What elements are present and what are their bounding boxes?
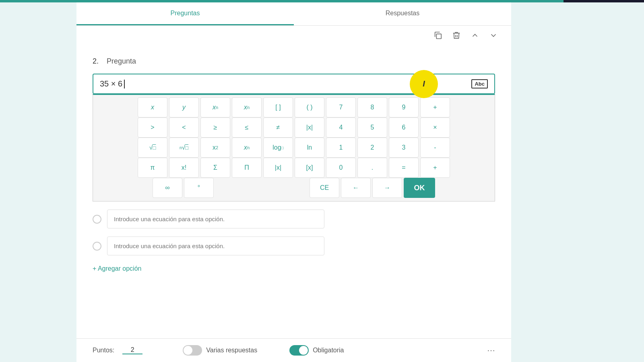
key-lte[interactable]: ≤ xyxy=(232,117,262,138)
text-cursor xyxy=(124,80,125,88)
key-0[interactable]: 0 xyxy=(326,158,356,178)
key-x-subscript[interactable]: xn xyxy=(200,97,230,117)
key-sqrt[interactable]: √□ xyxy=(138,138,167,158)
key-gt[interactable]: > xyxy=(138,117,167,138)
key-7[interactable]: 7 xyxy=(326,97,356,117)
key-factorial[interactable]: x! xyxy=(169,158,199,178)
key-parens[interactable]: ( ) xyxy=(295,97,324,117)
math-keyboard: x y xn xn [ ] ( ) 7 8 9 + > < ≥ ≤ xyxy=(93,94,495,202)
add-option[interactable]: + Agregar opción xyxy=(93,265,495,272)
left-space xyxy=(0,2,76,362)
key-plus-top[interactable]: + xyxy=(420,97,450,117)
key-ce[interactable]: CE xyxy=(310,178,339,198)
bottom-bar: Puntos: Varias respuestas Obligatoria ⋯ xyxy=(76,338,511,362)
cursor-i-icon: I xyxy=(423,79,425,88)
varias-toggle-knob xyxy=(184,346,192,355)
obligatoria-group: Obligatoria xyxy=(289,345,344,356)
key-x-superscript[interactable]: xn xyxy=(232,97,262,117)
key-ceil[interactable]: [x] xyxy=(295,158,324,178)
move-down-icon[interactable] xyxy=(488,30,499,41)
key-degree[interactable]: ° xyxy=(184,178,214,198)
key-pi[interactable]: π xyxy=(138,158,167,178)
math-input-container[interactable]: 35 × 6 I Abc xyxy=(93,74,495,94)
key-spacer1 xyxy=(215,178,245,198)
option-input-2[interactable] xyxy=(107,237,324,255)
points-input[interactable] xyxy=(122,346,142,354)
key-nthroot[interactable]: n√□ xyxy=(169,138,199,158)
key-floor[interactable]: |x| xyxy=(263,158,293,178)
key-6[interactable]: 6 xyxy=(389,117,419,138)
key-ok[interactable]: OK xyxy=(404,178,435,198)
question-area: 2. Pregunta 35 × 6 I Abc x y xn xyxy=(76,45,511,338)
key-sigma[interactable]: Σ xyxy=(200,158,230,178)
yellow-cursor-highlight: I xyxy=(410,70,438,98)
key-times[interactable]: × xyxy=(420,117,450,138)
abc-badge[interactable]: Abc xyxy=(471,79,488,88)
key-x-var[interactable]: x xyxy=(138,97,167,117)
key-y-var[interactable]: y xyxy=(169,97,199,117)
key-5[interactable]: 5 xyxy=(357,117,387,138)
key-brackets[interactable]: [ ] xyxy=(263,97,293,117)
tabs-row: Preguntas Respuestas xyxy=(76,2,511,26)
key-neq[interactable]: ≠ xyxy=(263,117,293,138)
keyboard-row-1: x y xn xn [ ] ( ) 7 8 9 + xyxy=(96,97,491,117)
right-space xyxy=(511,2,644,362)
key-backspace[interactable]: ← xyxy=(341,178,371,198)
svg-rect-0 xyxy=(436,34,441,39)
math-expression: 35 × 6 xyxy=(100,79,125,88)
tab-preguntas[interactable]: Preguntas xyxy=(76,2,294,25)
keyboard-row-3: √□ n√□ x2 xn log□ ln 1 2 3 - xyxy=(96,138,491,158)
option-radio-2[interactable] xyxy=(93,242,101,251)
question-label: Pregunta xyxy=(107,57,136,66)
add-option-label: + Agregar opción xyxy=(93,265,141,272)
varias-label: Varias respuestas xyxy=(206,347,257,354)
key-spacer3 xyxy=(278,178,308,198)
key-log[interactable]: log□ xyxy=(263,138,293,158)
key-dot[interactable]: . xyxy=(357,158,387,178)
key-ln[interactable]: ln xyxy=(295,138,324,158)
tab-respuestas[interactable]: Respuestas xyxy=(294,2,511,25)
key-8[interactable]: 8 xyxy=(357,97,387,117)
varias-group: Varias respuestas xyxy=(183,345,257,356)
key-abs[interactable]: |x| xyxy=(295,117,324,138)
key-xpow[interactable]: xn xyxy=(232,138,262,158)
key-2[interactable]: 2 xyxy=(357,138,387,158)
option-row-2 xyxy=(93,237,495,255)
math-value: 35 × 6 xyxy=(100,79,122,88)
points-label: Puntos: xyxy=(93,347,114,354)
keyboard-row-2: > < ≥ ≤ ≠ |x| 4 5 6 × xyxy=(96,117,491,138)
option-input-1[interactable] xyxy=(107,210,324,228)
key-forward[interactable]: → xyxy=(372,178,402,198)
obligatoria-toggle[interactable] xyxy=(289,345,309,356)
key-minus[interactable]: - xyxy=(420,138,450,158)
move-up-icon[interactable] xyxy=(469,30,481,41)
more-options-icon[interactable]: ⋯ xyxy=(487,346,495,355)
key-1[interactable]: 1 xyxy=(326,138,356,158)
question-number: 2. xyxy=(93,57,99,66)
key-lt[interactable]: < xyxy=(169,117,199,138)
key-infinity[interactable]: ∞ xyxy=(153,178,182,198)
key-xsq[interactable]: x2 xyxy=(200,138,230,158)
key-4[interactable]: 4 xyxy=(326,117,356,138)
key-prod[interactable]: Π xyxy=(232,158,262,178)
option-radio-1[interactable] xyxy=(93,215,101,224)
delete-icon[interactable] xyxy=(451,30,462,41)
copy-icon[interactable] xyxy=(432,30,444,41)
key-9[interactable]: 9 xyxy=(389,97,419,117)
key-spacer2 xyxy=(247,178,277,198)
obligatoria-toggle-knob xyxy=(299,346,308,355)
option-row-1 xyxy=(93,210,495,228)
varias-toggle[interactable] xyxy=(183,345,202,356)
key-equals[interactable]: = xyxy=(389,158,419,178)
question-header: 2. Pregunta xyxy=(93,57,495,66)
key-gte[interactable]: ≥ xyxy=(200,117,230,138)
keyboard-row-5: ∞ ° CE ← → OK xyxy=(96,178,491,198)
keyboard-row-4: π x! Σ Π |x| [x] 0 . = + xyxy=(96,158,491,178)
obligatoria-label: Obligatoria xyxy=(313,347,344,354)
key-3[interactable]: 3 xyxy=(389,138,419,158)
key-add[interactable]: + xyxy=(420,158,450,178)
toolbar xyxy=(76,26,511,45)
